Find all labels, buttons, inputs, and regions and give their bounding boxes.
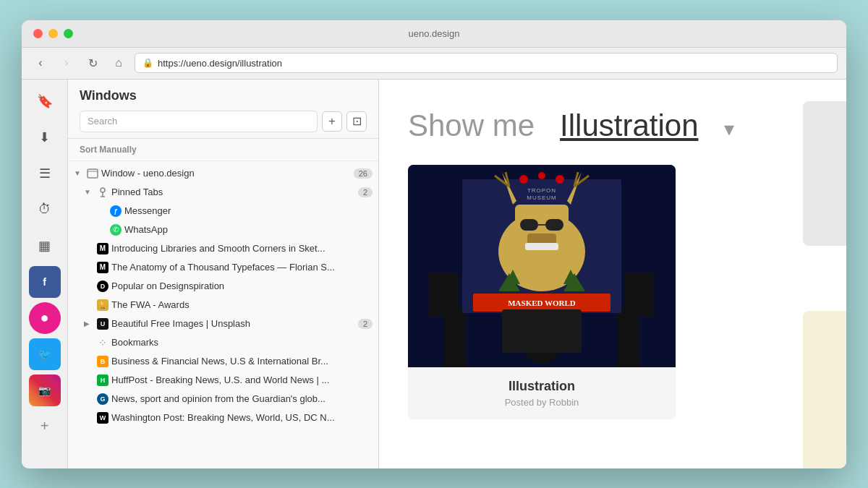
- tab-item-label: Popular on Designspiration: [111, 281, 373, 291]
- card-image: MASKED WORLD TROPON MUSEUM: [408, 165, 676, 367]
- svg-rect-9: [625, 273, 654, 317]
- expand-arrow-icon: ▼: [84, 188, 94, 196]
- tab-item-business[interactable]: BBusiness & Financial News, U.S & Intern…: [68, 352, 378, 371]
- url-text: https://ueno.design/illustration: [158, 58, 282, 69]
- favicon-window: [87, 168, 98, 179]
- twitter-sidebar-button[interactable]: 🐦: [29, 338, 61, 370]
- favicon-messenger: ƒ: [110, 205, 122, 217]
- illustration-card[interactable]: MASKED WORLD TROPON MUSEUM I: [408, 165, 676, 419]
- main-page: Show me Illustration ▾: [379, 80, 846, 468]
- tab-item-label: WhatsApp: [124, 224, 373, 235]
- add-sidebar-button[interactable]: +: [29, 411, 61, 442]
- home-button[interactable]: ⌂: [109, 53, 129, 73]
- expand-arrow-icon: ▶: [84, 320, 94, 328]
- tab-item-window-ueno[interactable]: ▼Window - ueno.design26: [68, 164, 378, 183]
- tab-item-label: Messenger: [124, 205, 373, 216]
- favicon-unsplash: U: [97, 318, 109, 330]
- tab-item-wapo[interactable]: WWashington Post: Breaking News, World, …: [68, 408, 378, 427]
- svg-rect-0: [88, 169, 98, 178]
- card-subtitle: Posted by Robbin: [422, 397, 661, 408]
- tab-item-bookmarks[interactable]: ⁘Bookmarks: [68, 333, 378, 352]
- svg-point-20: [538, 172, 545, 179]
- close-button[interactable]: [33, 29, 43, 38]
- card-title: Illustration: [422, 379, 661, 394]
- tab-item-whatsapp[interactable]: ✆WhatsApp: [68, 221, 378, 239]
- favicon-wapo: W: [97, 412, 109, 424]
- svg-rect-7: [618, 309, 639, 367]
- new-window-button[interactable]: ⊡: [346, 111, 367, 132]
- tab-item-label: HuffPost - Breaking News, U.S. and World…: [111, 374, 373, 385]
- svg-rect-8: [430, 273, 459, 317]
- tabs-header: Windows + ⊡: [68, 80, 378, 139]
- svg-rect-22: [520, 219, 538, 231]
- svg-point-21: [556, 175, 564, 184]
- tab-count-badge: 2: [358, 319, 373, 329]
- tab-item-label: Washington Post: Breaking News, World, U…: [111, 412, 373, 423]
- svg-rect-6: [444, 309, 466, 367]
- tab-item-messenger[interactable]: ƒMessenger: [68, 202, 378, 221]
- tab-item-designspiration[interactable]: DPopular on Designspiration: [68, 277, 378, 296]
- ssl-icon: 🔒: [142, 58, 153, 68]
- facebook-sidebar-button[interactable]: f: [29, 266, 61, 298]
- tab-count-badge: 2: [358, 187, 373, 197]
- reload-button[interactable]: ↻: [82, 53, 103, 73]
- tab-item-medium-1[interactable]: MIntroducing Libraries and Smooth Corner…: [68, 239, 378, 258]
- svg-point-19: [519, 175, 528, 184]
- tab-item-medium-2[interactable]: MThe Anatomy of a Thousand Typefaces — F…: [68, 258, 378, 277]
- tab-item-label: The FWA - Awards: [111, 299, 373, 310]
- favicon-medium: M: [97, 262, 109, 273]
- tab-item-label: Business & Financial News, U.S & Interna…: [111, 356, 373, 367]
- favicon-huffpost: H: [97, 374, 109, 386]
- search-input[interactable]: [80, 111, 318, 132]
- reader-sidebar-button[interactable]: ☰: [29, 158, 61, 189]
- tab-item-unsplash[interactable]: ▶UBeautiful Free Images | Unsplash2: [68, 314, 378, 333]
- minimize-button[interactable]: [48, 29, 58, 38]
- content-area: 🔖 ⬇ ☰ ⏱ ▦ f ● 🐦 📷 + Windows + ⊡ Sort Man…: [22, 80, 846, 468]
- new-tab-button[interactable]: +: [322, 111, 342, 132]
- poster-svg: MASKED WORLD TROPON MUSEUM: [408, 165, 676, 367]
- search-bar: + ⊡: [80, 111, 367, 132]
- download-sidebar-button[interactable]: ⬇: [29, 121, 61, 153]
- svg-point-2: [101, 188, 105, 192]
- right-card-top: [803, 101, 846, 246]
- tab-item-fwa[interactable]: 🏆The FWA - Awards: [68, 296, 378, 314]
- instagram-sidebar-button[interactable]: 📷: [29, 374, 61, 406]
- maximize-button[interactable]: [64, 29, 73, 38]
- tab-item-label: The Anatomy of a Thousand Typefaces — Fl…: [111, 262, 373, 273]
- sort-label: Sort Manually: [68, 139, 378, 161]
- page-content: Show me Illustration ▾: [379, 80, 846, 468]
- card-info: Illustration Posted by Robbin: [408, 367, 676, 419]
- favicon-medium: M: [97, 243, 109, 254]
- sidebar-icons: 🔖 ⬇ ☰ ⏱ ▦ f ● 🐦 📷 +: [22, 80, 68, 468]
- favicon-pin: [97, 187, 109, 198]
- tab-item-label: Pinned Tabs: [111, 187, 355, 197]
- svg-text:TROPON: TROPON: [527, 187, 556, 194]
- svg-rect-26: [525, 243, 558, 250]
- favicon-bookmarks: ⁘: [97, 337, 109, 348]
- page-heading: Show me Illustration ▾: [408, 108, 817, 143]
- tab-item-guardian[interactable]: GNews, sport and opinion from the Guardi…: [68, 390, 378, 408]
- tab-item-huffpost[interactable]: HHuffPost - Breaking News, U.S. and Worl…: [68, 371, 378, 390]
- tabs-list: ▼Window - ueno.design26▼Pinned Tabs2ƒMes…: [68, 161, 378, 468]
- browser-window: ueno.design ‹ › ↻ ⌂ 🔒 https://ueno.desig…: [22, 20, 846, 468]
- forward-button[interactable]: ›: [56, 53, 77, 73]
- tab-item-label: Introducing Libraries and Smooth Corners…: [111, 243, 373, 254]
- svg-rect-23: [545, 219, 563, 231]
- svg-text:MUSEUM: MUSEUM: [527, 194, 557, 201]
- heading-dropdown-arrow[interactable]: ▾: [724, 118, 734, 140]
- history-sidebar-button[interactable]: ⏱: [29, 194, 61, 226]
- favicon-designspiration: D: [97, 281, 109, 292]
- tab-item-label: News, sport and opinion from the Guardia…: [111, 393, 373, 404]
- tabs-sidebar-button[interactable]: ▦: [29, 230, 61, 262]
- tab-item-label: Beautiful Free Images | Unsplash: [111, 318, 355, 329]
- brand-sidebar-button[interactable]: ●: [29, 302, 61, 334]
- favicon-business: B: [97, 356, 109, 367]
- bookmark-sidebar-button[interactable]: 🔖: [29, 85, 61, 117]
- right-card: [803, 311, 846, 468]
- back-button[interactable]: ‹: [30, 53, 51, 73]
- tab-item-pinned-tabs[interactable]: ▼Pinned Tabs2: [68, 183, 378, 202]
- url-bar[interactable]: 🔒 https://ueno.design/illustration: [135, 53, 838, 73]
- card-area: MASKED WORLD TROPON MUSEUM I: [408, 165, 817, 419]
- tab-item-label: Bookmarks: [111, 337, 373, 348]
- favicon-guardian: G: [97, 393, 109, 405]
